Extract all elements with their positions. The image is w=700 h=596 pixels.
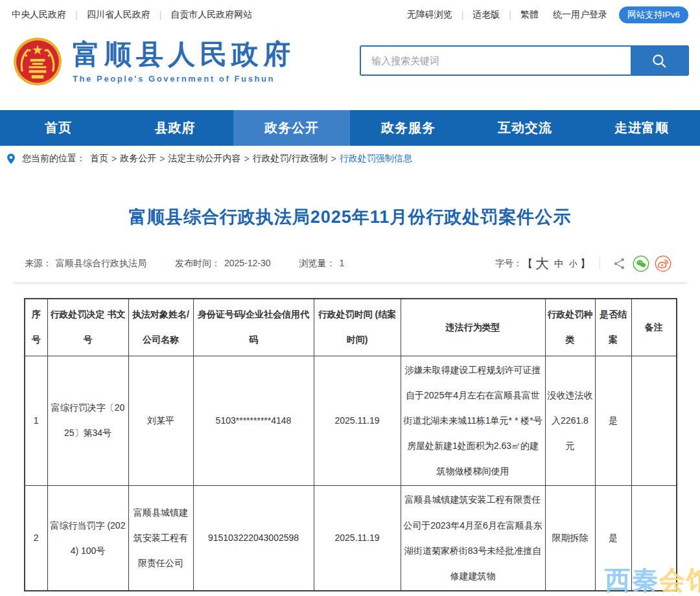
search-icon	[651, 52, 668, 69]
separator: |	[509, 10, 511, 20]
nav-item-gov-affairs-disclosure[interactable]: 政务公开	[233, 110, 350, 146]
cell-violation: 富顺县城镇建筑安装工程有限责任公司于2023年4月至6月在富顺县东湖街道菊家桥街…	[401, 486, 545, 591]
table-row: 2 富综行当罚字 (2024) 100号 富顺县城镇建筑安装工程有限责任公司 9…	[25, 486, 677, 591]
fontsize-large-button[interactable]: 大	[535, 255, 549, 273]
separator: |	[75, 10, 78, 20]
col-header-doc-no: 行政处罚决定 书文号	[47, 299, 128, 356]
fontsize-bracket-open: 【	[522, 257, 533, 271]
cell-party: 富顺县城镇建筑安装工程有限责任公司	[128, 486, 193, 591]
cell-penalty-type: 没收违法收入2261.8元	[545, 356, 595, 486]
site-search	[360, 45, 689, 76]
cell-penalty-date: 2025.11.19	[314, 486, 401, 591]
cell-penalty-type: 限期拆除	[545, 486, 595, 591]
crumb-separator: >	[111, 154, 117, 164]
col-header-violation: 违法行为类型	[401, 299, 545, 356]
link-elderly-version[interactable]: 适老版	[472, 9, 500, 21]
crumb-gov-disclosure[interactable]: 政务公开	[120, 153, 156, 165]
cell-remark	[631, 486, 677, 591]
link-unified-login[interactable]: 统一用户登录	[553, 9, 607, 21]
separator: |	[159, 10, 162, 20]
weibo-share-icon[interactable]	[655, 255, 671, 272]
link-central-gov[interactable]: 中央人民政府	[12, 9, 66, 21]
separator: |	[461, 10, 464, 20]
col-header-penalty-type: 行政处罚种类	[545, 299, 595, 356]
site-name-english: The People's Government of Fushun	[73, 74, 295, 84]
cell-closed: 是	[595, 486, 631, 591]
penalty-cases-table: 序号 行政处罚决定 书文号 执法对象姓名/公司名称 身份证号码/企业社会信用代码…	[24, 298, 677, 591]
source-value: 富顺县综合行政执法局	[56, 258, 146, 268]
crumb-separator: >	[159, 154, 165, 164]
article-meta: 来源：富顺县综合行政执法局 发布时间：2025-12-30 浏览量：1 字号： …	[0, 255, 700, 273]
publish-date-value: 2025-12-30	[224, 258, 271, 268]
col-header-closed: 是否结案	[595, 299, 631, 356]
divider	[13, 282, 687, 284]
nav-item-about-fushun[interactable]: 走进富顺	[583, 110, 700, 146]
article-meta-right: 字号： 【 大 中 小 】	[495, 255, 674, 273]
publish-date-label: 发布时间：	[175, 258, 220, 268]
page: 中央人民政府 | 四川省人民政府 | 自贡市人民政府网站 无障碍浏览 | 适老版…	[0, 0, 700, 596]
cell-violation: 涉嫌未取得建设工程规划许可证擅自于2025年4月左右在富顺县富世街道北湖未来城1…	[401, 356, 545, 486]
cell-closed: 是	[595, 356, 631, 486]
search-button[interactable]	[631, 47, 688, 74]
utility-links: 无障碍浏览 | 适老版 | 繁體 统一用户登录 网站支持IPv6	[407, 6, 688, 23]
nav-item-home[interactable]: 首页	[0, 110, 117, 146]
crumb-statutory-disclosure[interactable]: 法定主动公开内容	[168, 153, 240, 165]
cell-party: 刘某平	[128, 356, 193, 486]
top-utility-bar: 中央人民政府 | 四川省人民政府 | 自贡市人民政府网站 无障碍浏览 | 适老版…	[0, 0, 700, 29]
cell-doc-no: 富综行当罚字 (2024) 100号	[47, 486, 128, 591]
cell-seq: 1	[25, 356, 47, 486]
cell-doc-no: 富综行罚决字〔2025〕第34号	[47, 356, 128, 486]
col-header-penalty-date: 行政处罚时间 (结案时间)	[314, 299, 401, 356]
link-sichuan-gov[interactable]: 四川省人民政府	[87, 9, 150, 21]
col-header-party: 执法对象姓名/公司名称	[128, 299, 193, 356]
nav-item-interaction[interactable]: 互动交流	[467, 110, 583, 146]
cell-seq: 2	[25, 486, 47, 591]
divider	[600, 258, 600, 269]
link-zigong-gov[interactable]: 自贡市人民政府网站	[170, 9, 252, 21]
wechat-share-icon[interactable]	[633, 255, 649, 272]
site-logo[interactable]: 富顺县人民政府 The People's Government of Fushu…	[13, 37, 295, 86]
site-title-block: 富顺县人民政府 The People's Government of Fushu…	[73, 40, 295, 83]
col-header-seq: 序号	[25, 299, 47, 356]
primary-nav: 首页 县政府 政务公开 政务服务 互动交流 走进富顺	[0, 110, 700, 146]
crumb-separator: >	[331, 154, 336, 164]
fontsize-medium-button[interactable]: 中	[554, 258, 564, 270]
fontsize-bracket-close: 】	[580, 257, 590, 271]
nav-item-gov-services[interactable]: 政务服务	[350, 110, 467, 146]
views-label: 浏览量：	[299, 258, 335, 268]
location-pin-icon	[5, 153, 17, 165]
nav-item-county-gov[interactable]: 县政府	[117, 110, 233, 146]
gov-links: 中央人民政府 | 四川省人民政府 | 自贡市人民政府网站	[12, 9, 252, 21]
page-title: 富顺县综合行政执法局2025年11月份行政处罚案件公示	[0, 205, 700, 229]
crumb-admin-penalty[interactable]: 行政处罚/行政强制	[253, 153, 328, 165]
views-value: 1	[339, 258, 344, 268]
link-accessibility[interactable]: 无障碍浏览	[407, 9, 452, 21]
fontsize-small-button[interactable]: 小	[569, 258, 578, 269]
table-header-row: 序号 行政处罚决定 书文号 执法对象姓名/公司名称 身份证号码/企业社会信用代码…	[25, 299, 677, 356]
cell-penalty-date: 2025.11.19	[314, 356, 401, 486]
source-label: 来源：	[25, 258, 52, 268]
cell-id-code: 5103**********4148	[193, 356, 314, 486]
crumb-home[interactable]: 首页	[90, 153, 108, 165]
breadcrumb-prefix: 您当前的位置：	[22, 153, 86, 165]
article-meta-left: 来源：富顺县综合行政执法局 发布时间：2025-12-30 浏览量：1	[25, 258, 348, 269]
search-input[interactable]	[361, 47, 631, 74]
cell-id-code: 915103222043002598	[193, 486, 314, 591]
breadcrumb: 您当前的位置： 首页 > 政务公开 > 法定主动公开内容 > 行政处罚/行政强制…	[0, 146, 700, 172]
cell-remark	[631, 356, 677, 486]
crumb-penalty-info-current[interactable]: 行政处罚强制信息	[340, 153, 412, 165]
link-traditional-chinese[interactable]: 繁體	[520, 9, 539, 21]
col-header-id-code: 身份证号码/企业社会信用代码	[193, 299, 314, 356]
crumb-separator: >	[244, 154, 249, 164]
national-emblem-icon	[13, 37, 62, 86]
col-header-remark: 备注	[631, 299, 677, 356]
share-icon[interactable]	[612, 257, 627, 271]
site-name: 富顺县人民政府	[73, 40, 295, 69]
table-row: 1 富综行罚决字〔2025〕第34号 刘某平 5103**********414…	[25, 356, 677, 486]
fontsize-label: 字号：	[495, 258, 522, 269]
ipv6-badge[interactable]: 网站支持IPv6	[619, 6, 688, 23]
site-header: 富顺县人民政府 The People's Government of Fushu…	[0, 29, 700, 110]
